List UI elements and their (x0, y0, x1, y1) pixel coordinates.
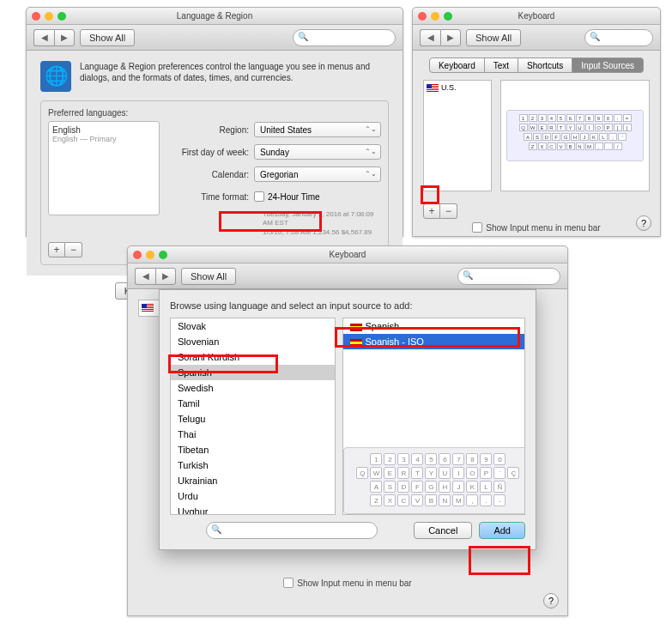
key: O (595, 124, 603, 131)
key: N (439, 494, 451, 506)
key: O (466, 467, 478, 479)
key: X (538, 142, 547, 150)
titlebar[interactable]: Keyboard (128, 246, 567, 263)
tab-input-sources[interactable]: Input Sources (572, 58, 644, 73)
key: 1 (370, 453, 382, 465)
settings-group: Preferred languages: English English — P… (40, 100, 389, 265)
keyboard-preview: 1234567890QWERTYUIOP`ÇASDFGHJKLÑZXCVBNM,… (343, 447, 525, 514)
language-item[interactable]: Uyghur (171, 504, 335, 515)
show-input-menu-checkbox[interactable] (472, 222, 482, 233)
key: B (566, 142, 575, 150)
key: / (614, 142, 622, 150)
key: Q (519, 124, 528, 131)
key: ' (618, 133, 627, 141)
key: Ñ (493, 481, 506, 493)
flag-es-icon (350, 339, 362, 347)
back-button[interactable]: ◀ (135, 268, 155, 285)
list-item[interactable]: U.S. (427, 83, 488, 92)
titlebar[interactable]: Language & Region (27, 8, 403, 25)
sheet-search-input[interactable] (206, 522, 378, 539)
keyboard-layout: 1234567890-=QWERTYUIOP[]ASDFGHJKL;'ZXCVB… (506, 110, 644, 161)
key: N (576, 142, 584, 150)
titlebar[interactable]: Keyboard (413, 8, 660, 25)
key: B (425, 494, 437, 506)
key: P (604, 124, 613, 131)
language-item[interactable]: Urdu (171, 488, 335, 504)
language-list[interactable]: English English — Primary (48, 121, 160, 215)
flag-us-icon (142, 304, 154, 312)
source-item[interactable]: Spanish - ISO (343, 334, 524, 349)
search-input[interactable] (293, 29, 396, 46)
search-input[interactable] (457, 268, 560, 285)
key: F (411, 481, 423, 493)
key: T (557, 124, 566, 131)
show-input-menu-checkbox[interactable] (283, 578, 294, 588)
region-label: Region: (168, 125, 254, 135)
key: 4 (548, 114, 556, 122)
language-item[interactable]: Slovenian (171, 334, 335, 349)
show-all-button[interactable]: Show All (466, 29, 521, 46)
key: 8 (466, 453, 478, 465)
language-item[interactable]: Sorani Kurdish (171, 349, 335, 365)
input-source-list[interactable]: U.S. (423, 80, 492, 191)
key: X (384, 494, 396, 506)
key: Y (566, 124, 575, 131)
remove-language-button[interactable]: − (65, 242, 82, 257)
remove-source-button[interactable]: − (440, 203, 457, 219)
add-button[interactable]: Add (479, 522, 525, 539)
show-all-button[interactable]: Show All (80, 29, 135, 46)
key: T (411, 467, 423, 479)
language-item[interactable]: Spanish (171, 365, 335, 380)
forward-button[interactable]: ▶ (54, 29, 75, 46)
tab-shortcuts[interactable]: Shortcuts (518, 58, 572, 73)
key: W (370, 467, 382, 479)
cancel-button[interactable]: Cancel (414, 522, 472, 539)
back-button[interactable]: ◀ (33, 29, 54, 46)
help-button[interactable]: ? (543, 593, 559, 609)
toolbar: ◀ ▶ Show All (128, 263, 567, 289)
language-item[interactable]: Slovak (171, 318, 335, 334)
language-item[interactable]: Thai (171, 427, 335, 442)
key: I (452, 467, 464, 479)
key: 1 (519, 114, 528, 122)
key: 3 (397, 453, 409, 465)
key: 5 (557, 114, 566, 122)
source-item[interactable]: Spanish (343, 318, 524, 334)
key: M (585, 142, 594, 150)
key: L (599, 133, 608, 141)
key: I (585, 124, 594, 131)
key: - (493, 494, 506, 506)
forward-button[interactable]: ▶ (155, 268, 176, 285)
language-item[interactable]: Telugu (171, 411, 335, 427)
timeformat-checkbox[interactable] (254, 191, 264, 202)
key: Ç (507, 467, 519, 479)
language-item[interactable]: Tibetan (171, 442, 335, 457)
region-select[interactable]: United States (254, 122, 381, 137)
add-language-button[interactable]: + (48, 242, 65, 257)
firstday-select[interactable]: Sunday (254, 144, 381, 160)
help-button[interactable]: ? (636, 215, 651, 231)
back-button[interactable]: ◀ (420, 29, 440, 46)
add-source-button[interactable]: + (423, 203, 440, 219)
language-item[interactable]: Turkish (171, 457, 335, 473)
flag-es-icon (350, 324, 362, 331)
toolbar: ◀ ▶ Show All (413, 25, 660, 51)
forward-button[interactable]: ▶ (440, 29, 461, 46)
language-pane[interactable]: SlovakSlovenianSorani KurdishSpanishSwed… (170, 318, 336, 515)
tab-text[interactable]: Text (484, 58, 518, 73)
key: M (452, 494, 464, 506)
key: 8 (585, 114, 594, 122)
source-pane[interactable]: SpanishSpanish - ISO (343, 318, 524, 440)
window-title: Keyboard (413, 11, 660, 21)
show-all-button[interactable]: Show All (181, 268, 236, 285)
key: 9 (480, 453, 492, 465)
language-item[interactable]: Swedish (171, 380, 335, 396)
key: 2 (529, 114, 537, 122)
language-item[interactable]: Tamil (171, 396, 335, 411)
tab-keyboard[interactable]: Keyboard (429, 58, 485, 73)
search-input[interactable] (584, 29, 653, 46)
language-item[interactable]: Ukrainian (171, 473, 335, 488)
key: L (480, 481, 492, 493)
calendar-select[interactable]: Gregorian (254, 167, 381, 182)
key: G (425, 481, 437, 493)
